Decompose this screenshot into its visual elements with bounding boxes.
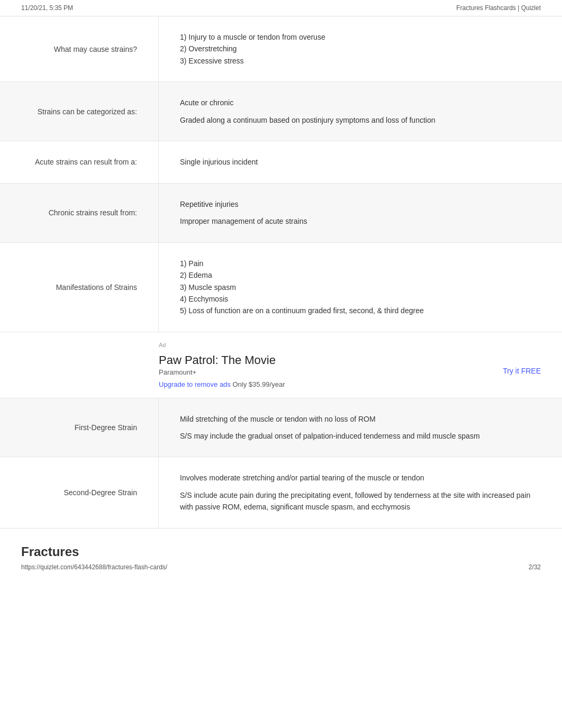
page-title: Fractures Flashcards | Quizlet xyxy=(456,4,541,12)
card-answer: Mild stretching of the muscle or tendon … xyxy=(159,398,562,457)
answer-paragraph: S/S include acute pain during the precip… xyxy=(180,489,541,513)
answer-paragraph: Repetitive injuries xyxy=(180,198,541,210)
card-question: Acute strains can result from a: xyxy=(0,141,159,183)
ad-label: Ad xyxy=(159,342,166,348)
flashcard-row: Strains can be categorized as:Acute or c… xyxy=(0,82,562,141)
answer-paragraph: S/S may include the gradual onset of pal… xyxy=(180,430,541,442)
ad-title: Paw Patrol: The Movie xyxy=(159,353,487,367)
try-button[interactable]: Try it FREE xyxy=(503,367,541,375)
flashcard-row: Manifestations of Strains1) Pain 2) Edem… xyxy=(0,243,562,332)
card-question: Second-Degree Strain xyxy=(0,457,159,527)
card-answer: Involves moderate stretching and/or part… xyxy=(159,457,562,527)
page-indicator: 2/32 xyxy=(529,563,541,571)
card-question: What may cause strains? xyxy=(0,16,159,81)
flashcard-row: Acute strains can result from a:Single i… xyxy=(0,141,562,184)
top-bar: 11/20/21, 5:35 PM Fractures Flashcards |… xyxy=(0,0,562,16)
answer-paragraph: Graded along a continuum based on postin… xyxy=(180,114,541,126)
card-answer: Single injurious incident xyxy=(159,141,562,183)
answer-paragraph: 1) Pain 2) Edema 3) Muscle spasm 4) Ecch… xyxy=(180,258,541,317)
ad-upgrade-line: Upgrade to remove ads Only $35.99/year xyxy=(159,380,487,388)
ad-text-block: Paw Patrol: The Movie Paramount+ Upgrade… xyxy=(159,353,487,388)
upgrade-suffix: Only $35.99/year xyxy=(231,380,285,388)
datetime: 11/20/21, 5:35 PM xyxy=(21,4,73,12)
fractures-title: Fractures xyxy=(21,544,541,559)
card-answer: 1) Pain 2) Edema 3) Muscle spasm 4) Ecch… xyxy=(159,243,562,332)
card-question: Strains can be categorized as: xyxy=(0,82,159,141)
answer-paragraph: Acute or chronic xyxy=(180,97,541,108)
answer-paragraph: Improper management of acute strains xyxy=(180,215,541,227)
card-answer: Acute or chronicGraded along a continuum… xyxy=(159,82,562,141)
card-answer: 1) Injury to a muscle or tendon from ove… xyxy=(159,16,562,81)
flashcard-row: First-Degree StrainMild stretching of th… xyxy=(0,398,562,458)
answer-paragraph: Single injurious incident xyxy=(180,156,541,168)
answer-paragraph: 1) Injury to a muscle or tendon from ove… xyxy=(180,31,541,67)
bottom-section: Fractures https://quizlet.com/643442688/… xyxy=(0,529,562,581)
card-answer: Repetitive injuriesImproper management o… xyxy=(159,184,562,242)
card-question: First-Degree Strain xyxy=(0,398,159,457)
card-question: Manifestations of Strains xyxy=(0,243,159,332)
page-url: https://quizlet.com/643442688/fractures-… xyxy=(21,563,167,571)
answer-paragraph: Involves moderate stretching and/or part… xyxy=(180,472,541,484)
ad-section: Ad Paw Patrol: The Movie Paramount+ Upgr… xyxy=(0,332,562,398)
card-question: Chronic strains result from: xyxy=(0,184,159,242)
flashcard-row: Chronic strains result from:Repetitive i… xyxy=(0,184,562,243)
flashcard-row: What may cause strains?1) Injury to a mu… xyxy=(0,16,562,82)
flashcard-row: Second-Degree StrainInvolves moderate st… xyxy=(0,457,562,528)
footer-url: https://quizlet.com/643442688/fractures-… xyxy=(21,563,541,571)
ad-subtitle: Paramount+ xyxy=(159,368,487,376)
answer-paragraph: Mild stretching of the muscle or tendon … xyxy=(180,413,541,425)
ad-content: Paw Patrol: The Movie Paramount+ Upgrade… xyxy=(21,353,541,388)
upgrade-link[interactable]: Upgrade to remove ads xyxy=(159,380,231,388)
